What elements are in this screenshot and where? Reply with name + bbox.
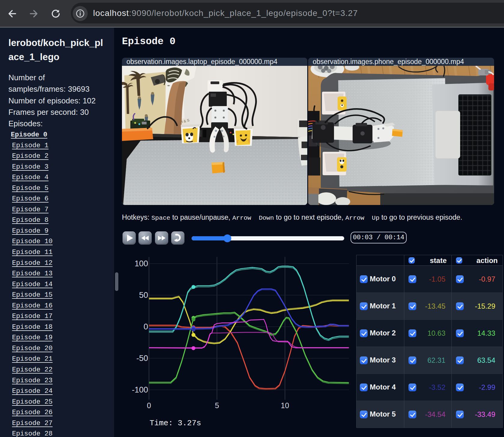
svg-text:-100: -100 <box>132 385 148 394</box>
svg-text:Time: 3.27s: Time: 3.27s <box>150 419 201 428</box>
svg-text:100: 100 <box>135 259 148 268</box>
svg-text:10: 10 <box>281 401 289 410</box>
svg-text:0: 0 <box>144 322 148 331</box>
svg-text:-50: -50 <box>136 354 148 363</box>
svg-text:0: 0 <box>147 401 151 410</box>
svg-text:5: 5 <box>215 401 219 410</box>
svg-text:50: 50 <box>139 291 148 300</box>
